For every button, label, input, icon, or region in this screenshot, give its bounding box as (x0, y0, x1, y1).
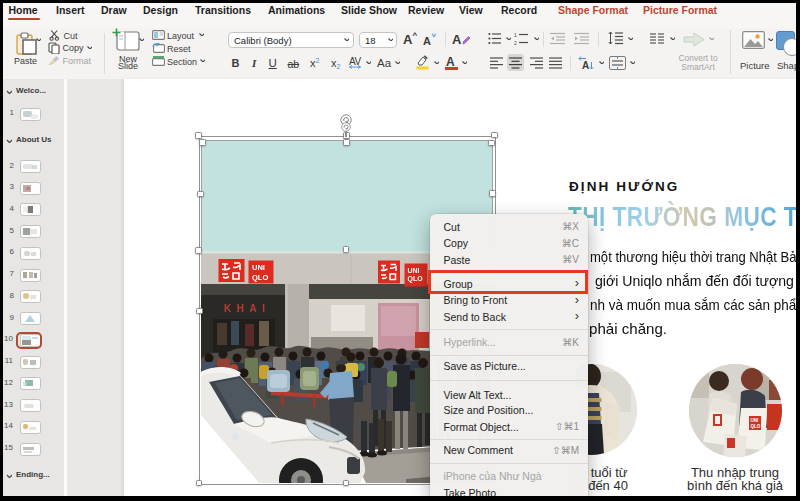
svg-text:UNI: UNI (750, 418, 758, 423)
svg-text:QLO: QLO (750, 423, 760, 428)
svg-text:1: 1 (514, 32, 517, 38)
svg-text:QLO: QLO (252, 273, 268, 282)
svg-text:2: 2 (514, 40, 517, 46)
svg-text:QLO: QLO (408, 275, 424, 283)
svg-text:KHAI: KHAI (224, 303, 270, 314)
svg-text:UNI: UNI (252, 263, 265, 272)
svg-text:A: A (582, 60, 589, 71)
svg-text:UNI: UNI (408, 267, 420, 274)
